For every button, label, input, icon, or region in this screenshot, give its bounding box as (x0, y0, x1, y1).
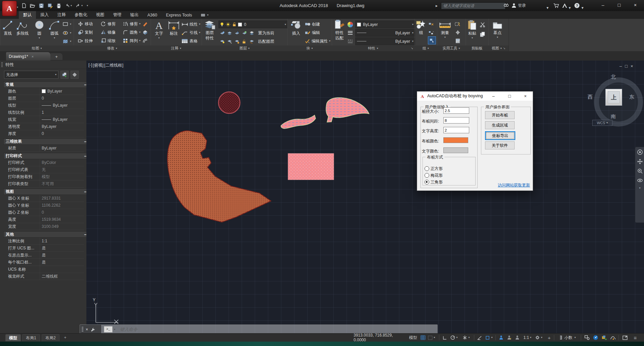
object-color-dropdown[interactable]: ByLayer ▾ (355, 21, 415, 28)
panel-draw-footer[interactable]: 绘图 ▾ (0, 45, 74, 51)
ribbon-tab-view[interactable]: 视图 (92, 11, 109, 19)
panel-utilities-footer[interactable]: 实用工具 ▾ (437, 45, 466, 51)
tool-layer-properties[interactable]: 图层 特性 (204, 20, 216, 41)
panel-groups-footer[interactable]: 组 ▾ (414, 45, 437, 51)
tool-circle[interactable]: 圆 ▾ (34, 20, 45, 39)
window-maximize-button[interactable]: □ (612, 0, 626, 10)
tool-erase[interactable] (142, 20, 148, 28)
sign-in-user-icon[interactable] (512, 2, 516, 9)
palette-grip[interactable] (1, 62, 3, 67)
start-pile-button[interactable]: 开始布桩 (485, 111, 515, 119)
layout-tab-model[interactable]: 模型 (5, 334, 21, 341)
command-prompt-button[interactable]: >_ (104, 326, 113, 333)
tool-block-edit[interactable]: 编辑 (305, 29, 320, 37)
save-as-icon[interactable] (46, 2, 54, 9)
radio-triangle-label[interactable]: 三角形 (431, 179, 443, 185)
app-store-cart-icon[interactable] (553, 2, 559, 9)
viewcube-north-label[interactable]: 北 (611, 74, 616, 80)
ortho-mode-icon[interactable] (441, 334, 448, 341)
nav-zoom-icon[interactable] (637, 168, 643, 174)
tool-array[interactable]: 阵列 ▾ (123, 37, 140, 45)
panel-layers-footer[interactable]: 图层 ▾ (202, 45, 287, 51)
tool-id-point[interactable] (455, 28, 460, 36)
drawing-minimize-icon[interactable]: – (619, 64, 622, 69)
nav-pan-icon[interactable] (637, 159, 643, 165)
file-tab-drawing1[interactable]: Drawing1* × (6, 52, 50, 61)
snap-mode-icon[interactable]: ▾ (427, 334, 436, 341)
tool-copy-clip[interactable] (480, 30, 485, 38)
workspace-gear-icon[interactable]: ▾ (534, 334, 544, 341)
viewport-visual-style-control[interactable]: [二维线框] (104, 63, 123, 68)
help-caret-icon[interactable]: ▾ (581, 4, 583, 11)
nav-wheel-icon[interactable] (637, 149, 643, 155)
panel-view-footer[interactable]: 视图 ▾ ↘ (488, 45, 509, 51)
drawing-restore-icon[interactable]: □ (625, 64, 628, 69)
palette-section-general[interactable]: 常规− (3, 81, 89, 88)
dialog-minimize-button[interactable]: – (486, 92, 501, 101)
export-coordinates-button[interactable]: 坐标导出 (485, 131, 515, 140)
tool-measure[interactable]: 测量 ▾ (439, 20, 451, 39)
tool-linear[interactable]: 线性 ▾ (182, 20, 200, 28)
pile-color-swatch[interactable] (443, 137, 468, 143)
ribbon-display-toggle[interactable]: ▾ (196, 11, 213, 19)
undo-icon[interactable] (64, 2, 71, 9)
section-collapse-icon[interactable]: − (84, 232, 86, 237)
search-icon[interactable] (504, 2, 509, 9)
application-menu-caret-icon[interactable]: ▾ (17, 6, 18, 9)
viewcube-east-label[interactable]: 东 (629, 94, 634, 100)
tool-copy[interactable]: 复制 (78, 28, 93, 36)
tool-paste[interactable]: 粘贴 ▾ (467, 20, 477, 39)
tool-stretch[interactable]: 拉伸 (78, 37, 93, 45)
linetype-icon[interactable] (347, 37, 353, 45)
tool-paste-caret-icon[interactable]: ▾ (472, 37, 473, 39)
tool-insert-block[interactable]: 插入 (290, 20, 302, 36)
tool-cut[interactable] (480, 21, 486, 29)
radio-square-label[interactable]: 正方形 (431, 166, 443, 172)
dialog-close-button[interactable]: × (518, 92, 533, 101)
exchange-apps-icon[interactable] (562, 2, 567, 9)
window-minimize-button[interactable]: – (596, 0, 610, 10)
layer-match[interactable]: 匹配图层 (258, 37, 274, 45)
undo-caret-icon[interactable]: ▾ (71, 4, 72, 7)
tool-group[interactable]: 组 (416, 20, 427, 35)
tool-line[interactable]: 直线 (2, 20, 13, 36)
graphics-performance-icon[interactable] (609, 334, 617, 341)
tool-arc[interactable]: 圆弧 ▾ (48, 20, 61, 39)
radio-square[interactable] (425, 166, 429, 171)
qat-customize-caret-icon[interactable]: ▾ (87, 4, 88, 7)
annotation-scale-value[interactable]: 1:1▾ (522, 334, 533, 341)
tool-block-create[interactable]: 创建 (305, 20, 320, 28)
panel-view-expander-icon[interactable]: ↘ (503, 47, 506, 50)
nav-more-caret-icon[interactable]: ▾ (639, 187, 640, 189)
isolate-objects-icon[interactable] (600, 334, 608, 341)
sign-in-caret-icon[interactable]: ▾ (547, 4, 549, 11)
ribbon-tab-a360[interactable]: A360 (143, 11, 162, 19)
tool-polyline[interactable]: 多段线 (16, 20, 29, 36)
tool-hatch[interactable]: ▾ (63, 37, 71, 45)
layout-tab-layout1[interactable]: 布局1 (22, 334, 40, 341)
ribbon-tab-parametric[interactable]: 参数化 (70, 11, 92, 19)
layer-tool-icons-row1[interactable] (220, 29, 256, 37)
text-color-swatch[interactable] (443, 147, 468, 153)
palette-section-misc[interactable]: 其他− (3, 231, 89, 238)
command-customize-wrench-icon[interactable] (90, 327, 95, 332)
drawing-close-icon[interactable]: × (631, 64, 633, 69)
drawing-shape-circle[interactable] (218, 92, 240, 113)
quick-properties-icon[interactable] (583, 334, 591, 341)
exchange-caret-icon[interactable]: ▾ (569, 4, 571, 11)
tool-ungroup[interactable] (429, 20, 434, 28)
about-software-button[interactable]: 关于软件 (485, 141, 515, 149)
command-input[interactable]: 键入命令 (120, 326, 137, 333)
ribbon-tab-insert[interactable]: 插入 (36, 11, 53, 19)
section-collapse-icon[interactable]: − (84, 139, 86, 144)
toggle-pickadd-button[interactable] (61, 71, 69, 79)
dialog-maximize-button[interactable]: □ (502, 92, 517, 101)
tool-text[interactable]: A 文字 ▾ (153, 20, 165, 39)
panel-clipboard-footer[interactable]: 剪贴板 (466, 45, 488, 51)
tool-move[interactable]: 移动 (78, 20, 93, 28)
nav-orbit-icon[interactable] (637, 177, 643, 183)
section-collapse-icon[interactable]: − (84, 154, 86, 159)
save-icon[interactable] (38, 2, 45, 9)
sign-in-label[interactable]: 登录 (518, 2, 526, 9)
color-wheel-icon[interactable] (347, 21, 353, 29)
